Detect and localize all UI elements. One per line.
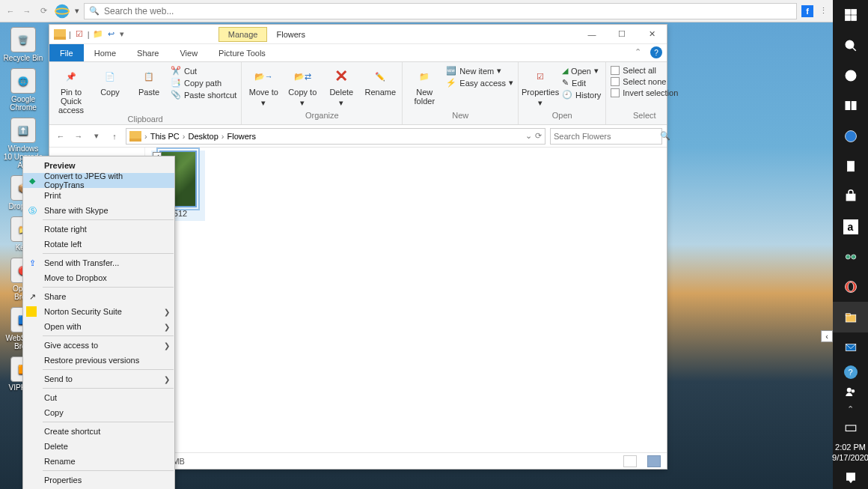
menu-cut[interactable]: Cut [23, 390, 174, 405]
desktop-icon[interactable]: 🌐Google Chrome [3, 68, 43, 112]
menu-copy[interactable]: Copy [23, 405, 174, 420]
tab-picture-tools[interactable]: Picture Tools [208, 44, 276, 61]
amazon-icon[interactable]: a [833, 211, 868, 241]
nav-back-button[interactable]: ← [54, 132, 67, 141]
menu-move-dropbox[interactable]: Move to Dropbox [23, 270, 174, 285]
nav-forward-button[interactable]: → [72, 132, 85, 141]
menu-send-transfer[interactable]: ⇪Send with Transfer... [23, 255, 174, 270]
address-bar[interactable]: 🔍 [84, 3, 797, 19]
tab-home[interactable]: Home [84, 44, 126, 61]
copy-to-button[interactable]: 📂⇄Copy to▾ [285, 64, 320, 107]
edge-icon[interactable] [833, 121, 868, 151]
collapse-ribbon-icon[interactable]: ⌃ [630, 44, 646, 61]
opera-icon[interactable] [833, 272, 868, 302]
rename-button[interactable]: ✏️Rename [363, 64, 397, 97]
search-box[interactable]: 🔍 [550, 128, 662, 145]
menu-convert-jpeg[interactable]: ◆Convert to JPEG with CopyTrans [23, 173, 174, 188]
context-tab-manage[interactable]: Manage [218, 27, 268, 42]
properties-button[interactable]: ☑Properties▾ [523, 64, 557, 107]
menu-norton[interactable]: Norton Security Suite❯ [23, 304, 174, 319]
menu-rename[interactable]: Rename [23, 454, 174, 469]
chevron-right-icon[interactable]: › [144, 132, 147, 141]
notifications-icon[interactable] [833, 467, 868, 489]
cortana-icon[interactable] [833, 61, 868, 91]
menu-restore-versions[interactable]: Restore previous versions [23, 353, 174, 368]
help-tray-icon[interactable]: ? [833, 362, 868, 382]
store-icon[interactable] [833, 181, 868, 211]
menu-preview[interactable]: Preview [23, 158, 174, 173]
search-icon[interactable] [833, 30, 868, 60]
history-button[interactable]: 🕘History [562, 90, 601, 100]
reload-button[interactable]: ⟳ [37, 5, 49, 17]
maximize-button[interactable]: ☐ [607, 25, 637, 44]
address-dropdown-icon[interactable]: ⌄ [525, 131, 532, 141]
menu-rotate-left[interactable]: Rotate left [23, 237, 174, 252]
menu-give-access[interactable]: Give access to❯ [23, 338, 174, 353]
document-icon[interactable] [833, 151, 868, 181]
browser-menu-icon[interactable]: ⋮ [818, 6, 828, 16]
new-folder-button[interactable]: 📁New folder [407, 64, 441, 106]
easy-access-button[interactable]: ⚡Easy access ▾ [446, 78, 513, 88]
thumbnails-view-button[interactable] [647, 455, 661, 467]
forward-button[interactable]: → [21, 5, 33, 17]
menu-properties[interactable]: Properties [23, 473, 174, 488]
menu-rotate-right[interactable]: Rotate right [23, 222, 174, 237]
details-view-button[interactable] [623, 455, 637, 467]
crumb-flowers[interactable]: Flowers [227, 132, 257, 141]
menu-create-shortcut[interactable]: Create shortcut [23, 424, 174, 439]
chevron-right-icon[interactable]: › [183, 132, 186, 141]
keyboard-tray-icon[interactable] [833, 418, 868, 437]
mail-icon[interactable] [833, 332, 868, 362]
crumb-this-pc[interactable]: This PC [150, 132, 180, 141]
copy-path-button[interactable]: 📑Copy path [171, 78, 236, 88]
task-view-icon[interactable] [833, 91, 868, 121]
title-bar[interactable]: | ☑ | 📁 ↩ ▾ Manage Flowers — ☐ ✕ [49, 25, 667, 44]
search-input[interactable] [104, 6, 792, 16]
new-folder-icon[interactable]: 📁 [93, 29, 103, 40]
select-all-button[interactable]: Select all [611, 66, 678, 75]
copy-button[interactable]: 📄Copy [93, 64, 127, 97]
desktop-icon[interactable]: 🗑️Recycle Bin [3, 27, 43, 62]
ie-icon[interactable] [54, 3, 70, 19]
edit-button[interactable]: ✎Edit [562, 78, 601, 88]
system-clock[interactable]: 2:02 PM 9/17/2020 [832, 437, 868, 467]
menu-share-skype[interactable]: ⓈShare with Skype [23, 203, 174, 218]
delete-button[interactable]: ✕Delete▾ [324, 64, 358, 107]
undo-icon[interactable]: ↩ [106, 29, 117, 40]
close-button[interactable]: ✕ [637, 25, 667, 44]
nav-up-button[interactable]: ↑ [108, 132, 121, 141]
tab-file[interactable]: File [49, 44, 84, 61]
cut-button[interactable]: ✂️Cut [171, 66, 236, 76]
pin-quick-access-button[interactable]: 📌Pin to Quick access [54, 64, 88, 115]
back-button[interactable]: ← [4, 5, 16, 17]
windows-start-icon[interactable] [833, 0, 868, 30]
breadcrumb[interactable]: › This PC › Desktop › Flowers ⌄ ⟳ [126, 128, 545, 145]
tab-share[interactable]: Share [126, 44, 169, 61]
help-icon[interactable]: ? [650, 46, 662, 58]
select-none-button[interactable]: Select none [611, 77, 678, 86]
menu-open-with[interactable]: Open with❯ [23, 319, 174, 334]
paste-shortcut-button[interactable]: 📎Paste shortcut [171, 90, 236, 100]
chevron-up-tray-icon[interactable]: ⌃ [833, 401, 868, 418]
invert-selection-button[interactable]: Invert selection [611, 88, 678, 97]
search-icon[interactable]: 🔍 [660, 131, 670, 141]
move-to-button[interactable]: 📂→Move to▾ [246, 64, 281, 107]
new-item-button[interactable]: 🆕New item ▾ [446, 66, 513, 76]
refresh-icon[interactable]: ⟳ [535, 131, 542, 141]
facebook-icon[interactable]: f [801, 5, 813, 17]
sidebar-expand-icon[interactable]: ‹ [821, 330, 833, 342]
chevron-right-icon[interactable]: › [221, 132, 224, 141]
menu-print[interactable]: Print [23, 188, 174, 203]
menu-delete[interactable]: Delete [23, 439, 174, 454]
minimize-button[interactable]: — [577, 25, 607, 44]
open-button[interactable]: ◢Open ▾ [562, 66, 601, 76]
crumb-desktop[interactable]: Desktop [188, 132, 218, 141]
file-list[interactable]: ✓ 2512 [145, 148, 667, 452]
people-tray-icon[interactable] [833, 382, 868, 401]
explorer-taskbar-icon[interactable] [833, 302, 868, 332]
menu-share[interactable]: ↗Share [23, 289, 174, 304]
nav-recent-button[interactable]: ▾ [90, 131, 103, 141]
tab-view[interactable]: View [169, 44, 208, 61]
properties-icon[interactable]: ☑ [74, 29, 85, 40]
menu-send-to[interactable]: Send to❯ [23, 371, 174, 386]
